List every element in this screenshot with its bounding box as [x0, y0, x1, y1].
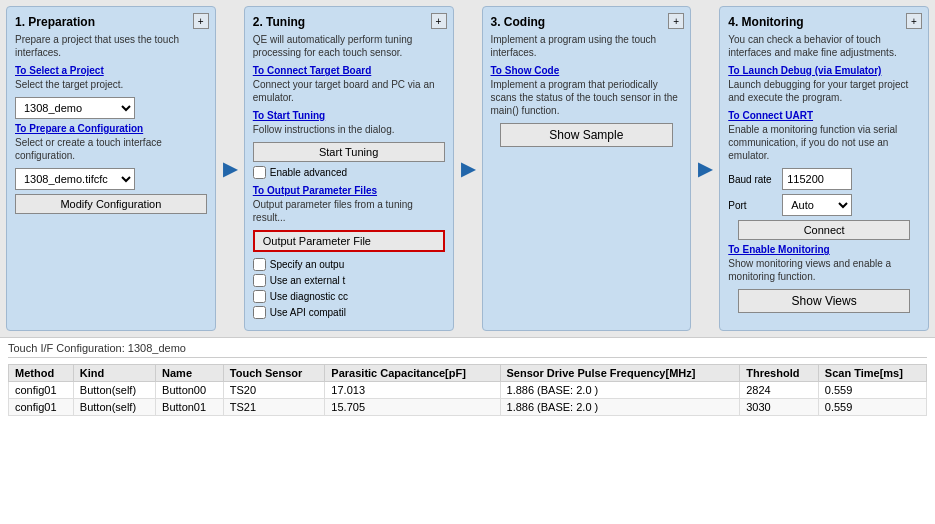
col-method: Method — [9, 365, 74, 382]
expand-preparation-btn[interactable]: + — [193, 13, 209, 29]
use-external-check[interactable] — [253, 274, 266, 287]
panel-coding: + 3. Coding Implement a program using th… — [482, 6, 692, 331]
start-tuning-link[interactable]: To Start Tuning — [253, 110, 445, 121]
panel-coding-title: 3. Coding — [491, 15, 683, 29]
prepare-config-desc: Select or create a touch interface confi… — [15, 136, 207, 162]
arrow-2-3: ▶ — [460, 6, 476, 331]
table-header-row: Method Kind Name Touch Sensor Parasitic … — [9, 365, 927, 382]
use-api-label: Use API compatil — [270, 307, 346, 318]
project-dropdown[interactable]: 1308_demo — [15, 97, 135, 119]
table-cell: config01 — [9, 399, 74, 416]
table-cell: 3030 — [740, 399, 819, 416]
start-tuning-desc: Follow instructions in the dialog. — [253, 123, 445, 136]
enable-advanced-label: Enable advanced — [270, 167, 347, 178]
panel-tuning-title: 2. Tuning — [253, 15, 445, 29]
panel-monitoring-desc: You can check a behavior of touch interf… — [728, 33, 920, 59]
use-external-label: Use an external t — [270, 275, 346, 286]
select-project-desc: Select the target project. — [15, 78, 207, 91]
table-row: config01Button(self)Button01TS2115.7051.… — [9, 399, 927, 416]
table-cell: Button(self) — [73, 382, 155, 399]
launch-debug-link[interactable]: To Launch Debug (via Emulator) — [728, 65, 920, 76]
expand-tuning-btn[interactable]: + — [431, 13, 447, 29]
prepare-config-link[interactable]: To Prepare a Configuration — [15, 123, 207, 134]
enable-monitoring-desc: Show monitoring views and enable a monit… — [728, 257, 920, 283]
port-label: Port — [728, 200, 778, 211]
col-touch-sensor: Touch Sensor — [223, 365, 325, 382]
connect-target-link[interactable]: To Connect Target Board — [253, 65, 445, 76]
bottom-section: Touch I/F Configuration: 1308_demo Metho… — [0, 337, 935, 524]
panel-tuning-desc: QE will automatically perform tuning pro… — [253, 33, 445, 59]
specify-output-check[interactable] — [253, 258, 266, 271]
col-threshold: Threshold — [740, 365, 819, 382]
baud-rate-input[interactable] — [782, 168, 852, 190]
panel-preparation-title: 1. Preparation — [15, 15, 207, 29]
table-cell: 1.886 (BASE: 2.0 ) — [500, 399, 740, 416]
table-row: config01Button(self)Button00TS2017.0131.… — [9, 382, 927, 399]
output-param-link[interactable]: To Output Parameter Files — [253, 185, 445, 196]
modify-config-btn[interactable]: Modify Configuration — [15, 194, 207, 214]
app-container: + 1. Preparation Prepare a project that … — [0, 0, 935, 524]
arrow-3-4: ▶ — [697, 6, 713, 331]
table-cell: Button01 — [156, 399, 224, 416]
config-info-label: Touch I/F Configuration: 1308_demo — [8, 342, 927, 358]
table-cell: Button(self) — [73, 399, 155, 416]
col-parasitic: Parasitic Capacitance[pF] — [325, 365, 500, 382]
connect-uart-link[interactable]: To Connect UART — [728, 110, 920, 121]
connect-btn[interactable]: Connect — [738, 220, 911, 240]
table-cell: 1.886 (BASE: 2.0 ) — [500, 382, 740, 399]
col-frequency: Sensor Drive Pulse Frequency[MHz] — [500, 365, 740, 382]
expand-monitoring-btn[interactable]: + — [906, 13, 922, 29]
table-cell: 15.705 — [325, 399, 500, 416]
output-param-desc: Output parameter files from a tuning res… — [253, 198, 445, 224]
show-code-desc: Implement a program that periodically sc… — [491, 78, 683, 117]
table-cell: TS21 — [223, 399, 325, 416]
table-cell: TS20 — [223, 382, 325, 399]
start-tuning-btn[interactable]: Start Tuning — [253, 142, 445, 162]
enable-monitoring-link[interactable]: To Enable Monitoring — [728, 244, 920, 255]
use-diagnostic-check[interactable] — [253, 290, 266, 303]
col-kind: Kind — [73, 365, 155, 382]
baud-rate-label: Baud rate — [728, 174, 778, 185]
col-name: Name — [156, 365, 224, 382]
panel-tuning: + 2. Tuning QE will automatically perfor… — [244, 6, 454, 331]
panel-coding-desc: Implement a program using the touch inte… — [491, 33, 683, 59]
config-table: Method Kind Name Touch Sensor Parasitic … — [8, 364, 927, 416]
config-table-container: Method Kind Name Touch Sensor Parasitic … — [8, 364, 927, 416]
config-dropdown[interactable]: 1308_demo.tifcfc — [15, 168, 135, 190]
table-cell: Button00 — [156, 382, 224, 399]
connect-target-desc: Connect your target board and PC via an … — [253, 78, 445, 104]
panel-preparation: + 1. Preparation Prepare a project that … — [6, 6, 216, 331]
use-diagnostic-label: Use diagnostic cc — [270, 291, 348, 302]
launch-debug-desc: Launch debugging for your target project… — [728, 78, 920, 104]
show-views-btn[interactable]: Show Views — [738, 289, 911, 313]
show-sample-btn[interactable]: Show Sample — [500, 123, 673, 147]
use-api-check[interactable] — [253, 306, 266, 319]
expand-coding-btn[interactable]: + — [668, 13, 684, 29]
show-code-link[interactable]: To Show Code — [491, 65, 683, 76]
connect-uart-desc: Enable a monitoring function via serial … — [728, 123, 920, 162]
select-project-link[interactable]: To Select a Project — [15, 65, 207, 76]
panel-preparation-desc: Prepare a project that uses the touch in… — [15, 33, 207, 59]
table-cell: 17.013 — [325, 382, 500, 399]
panel-monitoring: + 4. Monitoring You can check a behavior… — [719, 6, 929, 331]
panel-monitoring-title: 4. Monitoring — [728, 15, 920, 29]
output-param-btn[interactable]: Output Parameter File — [253, 230, 445, 252]
col-scan-time: Scan Time[ms] — [818, 365, 926, 382]
table-cell: 0.559 — [818, 382, 926, 399]
port-dropdown[interactable]: Auto — [782, 194, 852, 216]
workflow-panels: + 1. Preparation Prepare a project that … — [0, 0, 935, 337]
specify-output-label: Specify an outpu — [270, 259, 345, 270]
table-cell: config01 — [9, 382, 74, 399]
enable-advanced-check[interactable] — [253, 166, 266, 179]
table-cell: 2824 — [740, 382, 819, 399]
table-cell: 0.559 — [818, 399, 926, 416]
arrow-1-2: ▶ — [222, 6, 238, 331]
